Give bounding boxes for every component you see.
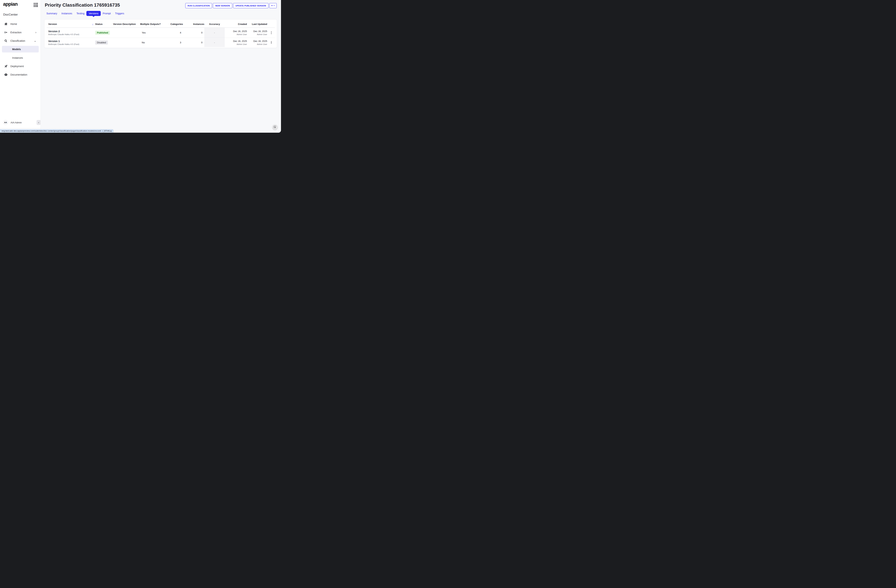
new-version-button[interactable]: NEW VERSION: [213, 3, 232, 8]
categories-cell: 3: [162, 41, 183, 44]
table-row: Version 2 Anthropic Claude Haiku 4.5 (Fa…: [44, 28, 277, 38]
status-cell: Published: [95, 30, 113, 35]
created-by: Admin User: [225, 43, 247, 45]
link-preview-statusbar: eng-test-aidc-dev.appianpreview.com/suit…: [0, 129, 113, 132]
tab-triggers[interactable]: Triggers: [115, 11, 124, 16]
sidebar-item-label: Deployment: [11, 65, 24, 68]
sidebar-item-label: Documentation: [11, 73, 27, 76]
row-menu-icon[interactable]: [270, 40, 273, 45]
sidebar-item-extraction[interactable]: Extraction ›: [0, 28, 41, 36]
tab-summary[interactable]: Summary: [46, 11, 57, 16]
sidebar-item-label: Models: [2, 48, 21, 51]
update-published-version-button[interactable]: UPDATE PUBLISHED VERSION: [233, 3, 268, 8]
app-name: DocCenter: [3, 13, 18, 17]
column-header-multiple-outputs[interactable]: Multiple Outputs?: [140, 23, 162, 26]
sidebar-item-label: Home: [11, 23, 17, 26]
updated-by: Admin User: [247, 43, 267, 45]
avatar: AA: [3, 120, 8, 125]
sidebar: appian DocCenter Home Extraction ›: [0, 0, 41, 133]
tab-versions[interactable]: Versions: [86, 11, 101, 16]
more-actions-button[interactable]: ••• ▼: [269, 3, 277, 8]
column-header-accuracy[interactable]: Accuracy: [204, 23, 225, 26]
accuracy-cell: -: [204, 41, 225, 44]
sidebar-item-classification[interactable]: Classification ⌄: [0, 36, 41, 45]
sidebar-nav: Home Extraction › Classification ⌄: [0, 20, 41, 79]
tab-prompt[interactable]: Prompt: [103, 11, 111, 16]
version-model: Anthropic Claude Haiku 4.5 (Fast): [48, 33, 95, 35]
appian-logo: appian: [3, 2, 18, 7]
home-icon: [4, 22, 8, 26]
row-menu-icon[interactable]: [270, 30, 273, 35]
chevron-right-icon: ›: [35, 31, 37, 34]
sidebar-item-label: Classification: [11, 40, 25, 42]
status-badge: Published: [95, 30, 110, 35]
sidebar-item-deployment[interactable]: Deployment: [0, 62, 41, 70]
version-name: Version 1: [48, 40, 95, 43]
sidebar-item-home[interactable]: Home: [0, 20, 41, 28]
column-header-last-updated[interactable]: Last Updated: [247, 23, 267, 26]
multiple-outputs-cell: Yes: [140, 31, 162, 34]
waffle-menu-icon[interactable]: [34, 3, 38, 7]
created-cell: Dec 16, 2025 Admin User: [225, 30, 247, 35]
updated-date: Dec 16, 2025: [247, 30, 267, 33]
status-badge: Disabled: [95, 41, 108, 45]
created-date: Dec 16, 2025: [225, 40, 247, 43]
column-header-categories[interactable]: Categories: [162, 23, 183, 26]
version-model: Anthropic Claude Haiku 4.5 (Fast): [48, 43, 95, 45]
accuracy-cell: -: [204, 31, 225, 34]
version-cell[interactable]: Version 2 Anthropic Claude Haiku 4.5 (Fa…: [48, 30, 95, 35]
app-window: appian DocCenter Home Extraction ›: [0, 0, 281, 133]
user-row: AA AIA Admin ‹: [0, 119, 41, 126]
tab-bar: Summary Instances Testing Versions Promp…: [46, 11, 124, 16]
column-header-created[interactable]: Created: [225, 23, 247, 26]
element-selector-button[interactable]: [273, 125, 277, 130]
versions-table: Version ↓ Status Version Description Mul…: [44, 19, 277, 48]
column-header-version-description[interactable]: Version Description: [113, 23, 140, 26]
page-title: Priority Classification 1765916735: [45, 2, 120, 8]
column-header-status[interactable]: Status: [95, 23, 113, 26]
ellipsis-icon: •••: [271, 5, 273, 7]
table-row: Version 1 Anthropic Claude Haiku 4.5 (Fa…: [44, 38, 277, 47]
updated-date: Dec 16, 2025: [247, 40, 267, 43]
sidebar-item-instances[interactable]: Instances: [0, 53, 41, 62]
updated-by: Admin User: [247, 33, 267, 35]
header-actions: RUN CLASSIFICATION NEW VERSION UPDATE PU…: [185, 3, 277, 8]
column-header-version[interactable]: Version ↓: [48, 23, 95, 26]
tab-testing[interactable]: Testing: [76, 11, 84, 16]
multiple-outputs-cell: No: [140, 41, 162, 44]
last-updated-cell: Dec 16, 2025 Admin User: [247, 30, 267, 35]
sort-descending-icon: ↓: [92, 23, 93, 26]
screen: appian DocCenter Home Extraction ›: [0, 0, 281, 134]
created-date: Dec 16, 2025: [225, 30, 247, 33]
categories-cell: 4: [162, 31, 183, 34]
sidebar-item-label: Extraction: [11, 31, 21, 34]
last-updated-cell: Dec 16, 2025 Admin User: [247, 40, 267, 45]
table-header-row: Version ↓ Status Version Description Mul…: [44, 20, 277, 27]
instances-cell: 0: [183, 31, 204, 34]
created-cell: Dec 16, 2025 Admin User: [225, 40, 247, 45]
column-header-instances[interactable]: Instances: [183, 23, 204, 26]
caret-down-icon: ▼: [273, 5, 275, 6]
run-classification-button[interactable]: RUN CLASSIFICATION: [185, 3, 212, 8]
status-cell: Disabled: [95, 41, 113, 45]
instances-cell: 0: [183, 41, 204, 44]
main-content: Priority Classification 1765916735 RUN C…: [41, 0, 281, 133]
user-name: AIA Admin: [11, 121, 22, 124]
version-name: Version 2: [48, 30, 95, 33]
sidebar-item-models[interactable]: Models: [2, 46, 39, 52]
sidebar-collapse-button[interactable]: ‹: [37, 120, 41, 125]
classification-icon: [4, 39, 8, 43]
sidebar-item-label: Instances: [0, 56, 23, 59]
version-cell[interactable]: Version 1 Anthropic Claude Haiku 4.5 (Fa…: [48, 40, 95, 45]
select-cursor-icon: [274, 126, 276, 129]
rocket-icon: [4, 65, 8, 68]
help-circle-icon: ?: [4, 73, 8, 76]
tab-instances[interactable]: Instances: [61, 11, 72, 16]
extraction-icon: [4, 31, 8, 34]
chevron-down-icon: ⌄: [34, 39, 37, 42]
created-by: Admin User: [225, 33, 247, 35]
svg-text:?: ?: [5, 74, 6, 76]
sidebar-item-documentation[interactable]: ? Documentation: [0, 70, 41, 79]
